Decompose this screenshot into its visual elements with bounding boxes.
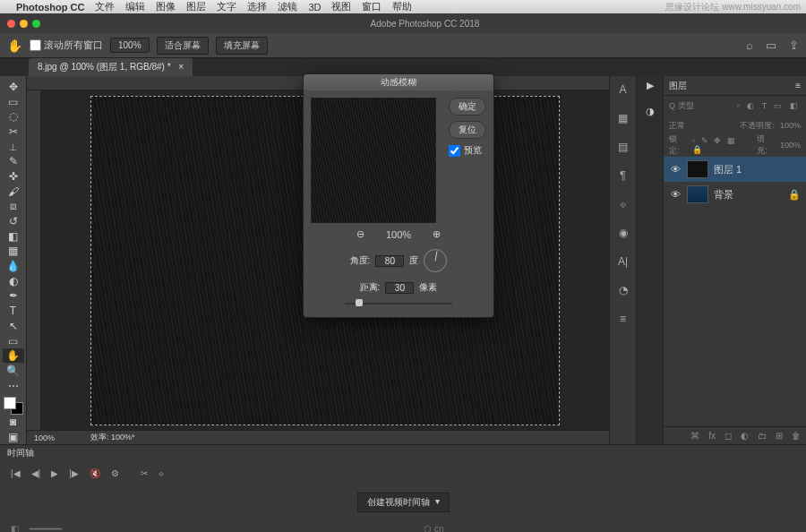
quick-mask-toggle[interactable]: ◙ bbox=[3, 416, 24, 430]
workspace-icon[interactable]: ▭ bbox=[766, 39, 776, 52]
new-layer-icon[interactable]: ⊞ bbox=[776, 431, 783, 441]
ok-button[interactable]: 确定 bbox=[449, 98, 486, 116]
scroll-all-windows-checkbox[interactable]: 滚动所有窗口 bbox=[30, 39, 103, 52]
adjustments-panel-icon[interactable]: ◉ bbox=[613, 223, 633, 243]
tl-first-frame-icon[interactable]: |◀ bbox=[11, 468, 21, 478]
layer-fx-icon[interactable]: fx bbox=[708, 431, 716, 441]
glyphs-panel-icon[interactable]: A| bbox=[613, 252, 633, 271]
menu-view[interactable]: 视图 bbox=[331, 0, 351, 13]
reset-button[interactable]: 复位 bbox=[449, 121, 486, 139]
properties-panel-icon[interactable]: ≡ bbox=[613, 309, 633, 329]
eyedropper-tool[interactable]: ✎ bbox=[3, 154, 24, 168]
close-tab-icon[interactable]: × bbox=[178, 62, 184, 72]
visibility-icon[interactable]: 👁 bbox=[669, 189, 682, 200]
zoom-out-icon[interactable]: ⊖ bbox=[356, 228, 364, 240]
layers-tab[interactable]: 图层 bbox=[669, 80, 687, 92]
foreground-color[interactable] bbox=[4, 397, 16, 409]
dialog-preview[interactable] bbox=[311, 98, 436, 223]
fit-screen-button[interactable]: 适合屏幕 bbox=[157, 37, 209, 55]
type-tool[interactable]: T bbox=[3, 304, 24, 318]
menu-select[interactable]: 选择 bbox=[247, 0, 267, 13]
tl-prev-frame-icon[interactable]: ◀| bbox=[31, 468, 41, 478]
lasso-tool[interactable]: ◌ bbox=[3, 109, 24, 124]
tl-play-icon[interactable]: ▶ bbox=[51, 468, 58, 478]
zoom-in-icon[interactable]: ⊕ bbox=[433, 228, 441, 240]
preview-checkbox[interactable]: 预览 bbox=[449, 144, 486, 157]
layer-row[interactable]: 👁 背景 🔒 bbox=[664, 182, 806, 207]
paragraph-panel-icon[interactable]: ¶ bbox=[613, 166, 633, 185]
link-layers-icon[interactable]: ⌘ bbox=[690, 431, 699, 441]
panel-menu-icon[interactable]: ≡ bbox=[795, 81, 801, 90]
fill-value[interactable]: 100% bbox=[780, 141, 801, 150]
window-close[interactable] bbox=[7, 20, 15, 28]
move-tool[interactable]: ✥ bbox=[3, 80, 24, 94]
libraries-panel-icon[interactable]: ▤ bbox=[613, 137, 633, 157]
tl-transition-icon[interactable]: ⟐ bbox=[159, 468, 164, 478]
document-tab[interactable]: 8.jpg @ 100% (图层 1, RGB/8#) * × bbox=[29, 58, 193, 76]
distance-input[interactable] bbox=[385, 282, 414, 294]
layer-filter-kind[interactable]: Q 类型 bbox=[669, 100, 694, 112]
path-select-tool[interactable]: ↖ bbox=[3, 319, 24, 333]
blend-mode-select[interactable]: 正常 bbox=[669, 120, 685, 132]
character-panel-icon[interactable]: A bbox=[613, 80, 633, 99]
brushes-panel-icon[interactable]: ⟐ bbox=[613, 194, 633, 214]
tl-next-frame-icon[interactable]: |▶ bbox=[69, 468, 79, 478]
menu-window[interactable]: 窗口 bbox=[362, 0, 382, 13]
history-brush-tool[interactable]: ↺ bbox=[3, 214, 24, 228]
tl-split-icon[interactable]: ✂ bbox=[141, 468, 148, 478]
layer-mask-icon[interactable]: ◻ bbox=[725, 431, 732, 441]
marquee-tool[interactable]: ▭ bbox=[3, 95, 24, 109]
menu-app-name[interactable]: Photoshop CC bbox=[16, 2, 84, 13]
shape-tool[interactable]: ▭ bbox=[3, 334, 24, 348]
status-efficiency[interactable]: 效率: 100%* bbox=[90, 432, 135, 443]
layer-group-icon[interactable]: 🗀 bbox=[758, 431, 767, 441]
delete-layer-icon[interactable]: 🗑 bbox=[792, 431, 801, 441]
layer-filter-icons[interactable]: ▫ ◐ T ▭ ◧ bbox=[737, 101, 801, 110]
play-icon[interactable]: ▶ bbox=[647, 80, 654, 91]
menu-edit[interactable]: 编辑 bbox=[125, 0, 145, 13]
color-panel-icon[interactable]: ◔ bbox=[613, 280, 633, 300]
visibility-icon[interactable]: 👁 bbox=[669, 164, 682, 175]
stamp-tool[interactable]: ⧇ bbox=[3, 200, 24, 214]
adjustment-layer-icon[interactable]: ◐ bbox=[741, 431, 749, 441]
tl-settings-icon[interactable]: ⚙ bbox=[111, 468, 119, 478]
dodge-tool[interactable]: ◐ bbox=[3, 274, 24, 288]
brush-tool[interactable]: 🖌 bbox=[3, 184, 24, 199]
layer-thumbnail[interactable] bbox=[687, 160, 708, 178]
angle-dial[interactable] bbox=[424, 249, 447, 272]
lock-icons[interactable]: ▫ ✎ ✥ ▦ 🔒 bbox=[692, 136, 751, 154]
timeline-tab[interactable]: 时间轴 bbox=[7, 448, 34, 458]
window-minimize[interactable] bbox=[20, 20, 28, 28]
opacity-value[interactable]: 100% bbox=[780, 121, 801, 130]
status-zoom[interactable]: 100% bbox=[34, 433, 55, 442]
screen-mode-toggle[interactable]: ▣ bbox=[3, 430, 24, 444]
menu-3d[interactable]: 3D bbox=[308, 2, 321, 13]
menu-type[interactable]: 文字 bbox=[217, 0, 236, 13]
hand-tool[interactable]: ✋ bbox=[3, 348, 24, 363]
healing-tool[interactable]: ✜ bbox=[3, 169, 24, 184]
pen-tool[interactable]: ✒ bbox=[3, 289, 24, 304]
layer-name[interactable]: 背景 bbox=[714, 188, 733, 202]
cc-icon[interactable]: ◑ bbox=[646, 106, 655, 117]
zoom-level-field[interactable]: 100% bbox=[110, 38, 150, 53]
edit-toolbar[interactable]: ⋯ bbox=[3, 379, 24, 393]
angle-input[interactable] bbox=[375, 255, 404, 267]
window-maximize[interactable] bbox=[32, 20, 40, 28]
menu-help[interactable]: 帮助 bbox=[392, 0, 412, 13]
menu-layer[interactable]: 图层 bbox=[186, 0, 206, 13]
distance-slider[interactable] bbox=[345, 303, 452, 305]
layer-thumbnail[interactable] bbox=[687, 185, 708, 203]
search-icon[interactable]: ⌕ bbox=[746, 39, 753, 52]
crop-tool[interactable]: ⟂ bbox=[3, 140, 24, 154]
foreground-background-colors[interactable] bbox=[4, 397, 23, 414]
fill-screen-button[interactable]: 填充屏幕 bbox=[216, 37, 268, 55]
share-icon[interactable]: ⇪ bbox=[789, 39, 799, 52]
tl-mute-icon[interactable]: 🔇 bbox=[90, 468, 100, 478]
gradient-tool[interactable]: ▦ bbox=[3, 245, 24, 259]
blur-tool[interactable]: 💧 bbox=[3, 259, 24, 273]
tl-zoom-slider[interactable]: ━━━━━━ bbox=[30, 524, 62, 533]
zoom-tool[interactable]: 🔍 bbox=[3, 364, 24, 378]
menu-filter[interactable]: 滤镜 bbox=[278, 0, 297, 13]
quick-select-tool[interactable]: ✂ bbox=[3, 124, 24, 139]
eraser-tool[interactable]: ◧ bbox=[3, 229, 24, 244]
